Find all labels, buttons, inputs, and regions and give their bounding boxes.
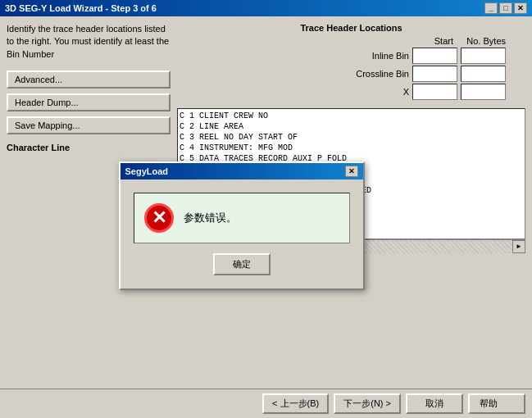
modal-title: SegyLoad [125,166,169,176]
segyload-dialog: SegyLoad ✕ ✕ 参数错误。 确定 [119,161,365,290]
modal-body: ✕ 参数错误。 确定 [120,179,363,289]
modal-overlay: SegyLoad ✕ ✕ 参数错误。 确定 [0,0,532,418]
error-x-symbol: ✕ [152,207,166,229]
modal-title-bar: SegyLoad ✕ [120,163,363,179]
modal-message-row: ✕ 参数错误。 [144,203,339,233]
modal-close-button[interactable]: ✕ [345,166,358,177]
ok-button[interactable]: 确定 [213,253,271,275]
error-message: 参数错误。 [184,211,237,225]
error-icon: ✕ [144,203,174,233]
